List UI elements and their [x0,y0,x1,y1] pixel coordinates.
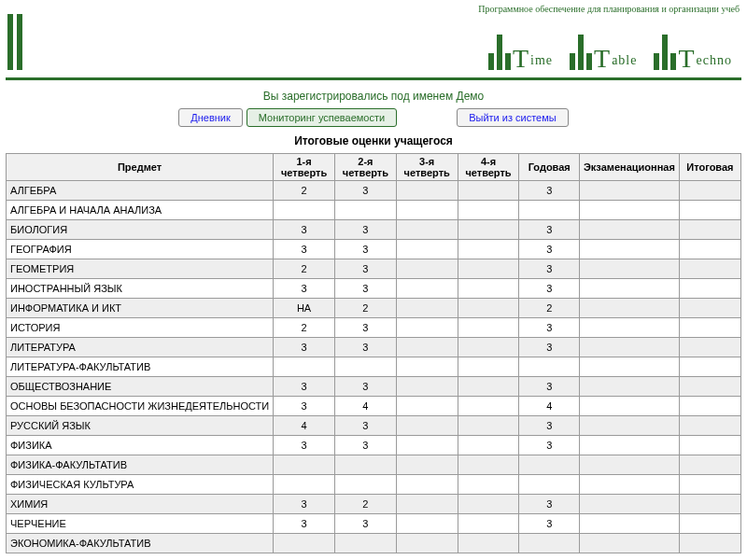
grade-cell: 4 [334,397,396,416]
grade-cell [679,397,740,416]
grade-cell [580,397,680,416]
grade-cell [458,240,519,259]
grade-cell [458,377,519,397]
grade-cell [396,436,458,455]
subject-cell: БИОЛОГИЯ [7,220,274,240]
monitoring-button[interactable]: Мониторинг успеваемости [247,108,397,127]
grade-cell: 3 [274,240,335,259]
brand-logo-0: Time [488,35,553,70]
table-row: ФИЗИКА-ФАКУЛЬТАТИВ [7,455,741,475]
grade-cell: 2 [334,299,396,318]
grade-cell [580,436,680,455]
grade-cell [519,534,580,553]
grade-cell [458,279,519,299]
grade-cell: 2 [274,259,335,279]
grade-cell: 3 [519,220,580,240]
subject-cell: ФИЗИКА-ФАКУЛЬТАТИВ [7,455,274,475]
grade-cell [396,357,458,377]
table-row: АЛГЕБРА233 [7,181,741,201]
grade-cell [679,220,740,240]
grade-cell [458,299,519,318]
divider [6,77,741,80]
grade-cell: 3 [274,279,335,299]
table-row: ОСНОВЫ БЕЗОПАСНОСТИ ЖИЗНЕДЕЯТЕЛЬНОСТИ344 [7,397,741,416]
grades-table-body: АЛГЕБРА233АЛГЕБРА И НАЧАЛА АНАЛИЗАБИОЛОГ… [7,181,741,553]
logout-button[interactable]: Выйти из системы [457,108,569,127]
table-row: ИНФОРМАТИКА И ИКТНА22 [7,299,741,318]
grade-cell [458,416,519,436]
grade-cell [679,436,740,455]
grade-cell [458,357,519,377]
logo-bars-icon [654,35,676,70]
grade-cell [679,495,740,514]
column-header: Годовая [519,154,580,181]
grade-cell [458,514,519,534]
logo-word: able [612,53,637,68]
brand-logos: TimeTableTechno [488,35,740,70]
logo-letter: T [678,46,694,72]
grade-cell [334,475,396,495]
subject-cell: ГЕОГРАФИЯ [7,240,274,259]
grade-cell: НА [274,299,335,318]
grade-cell: 3 [519,514,580,534]
subject-cell: ИНОСТРАННЫЙ ЯЗЫК [7,279,274,299]
grade-cell [580,357,680,377]
grade-cell [396,201,458,220]
subject-cell: ИСТОРИЯ [7,318,274,338]
grade-cell [274,455,335,475]
grade-cell: 3 [519,436,580,455]
grade-cell [274,475,335,495]
brand-logo-1: Table [570,35,637,70]
table-row: ЛИТЕРАТУРА333 [7,338,741,357]
grade-cell [519,201,580,220]
grade-cell: 3 [519,495,580,514]
subject-cell: ИНФОРМАТИКА И ИКТ [7,299,274,318]
grade-cell [679,416,740,436]
grade-cell [519,357,580,377]
grade-cell: 3 [519,416,580,436]
grade-cell [458,259,519,279]
subject-cell: ОБЩЕСТВОЗНАНИЕ [7,377,274,397]
subject-cell: РУССКИЙ ЯЗЫК [7,416,274,436]
grade-cell [679,240,740,259]
grade-cell: 3 [519,338,580,357]
grade-cell [580,495,680,514]
grade-cell: 3 [519,318,580,338]
logo-letter: T [594,46,610,72]
grade-cell [580,534,680,553]
grade-cell: 3 [334,220,396,240]
brand-logo-2: Techno [654,35,732,70]
grade-cell [396,181,458,201]
grade-cell [458,495,519,514]
grade-cell [580,299,680,318]
grade-cell [274,357,335,377]
logo-word: ime [530,53,553,68]
grade-cell: 2 [274,181,335,201]
grade-cell: 3 [334,436,396,455]
grade-cell [458,455,519,475]
column-header: 1-я четверть [274,154,335,181]
grade-cell [580,201,680,220]
grade-cell: 3 [274,220,335,240]
diary-button[interactable]: Дневник [178,108,243,127]
grade-cell [679,201,740,220]
grade-cell [458,201,519,220]
grade-cell [679,318,740,338]
table-row: БИОЛОГИЯ333 [7,220,741,240]
logo-letter: T [513,46,529,72]
grade-cell: 3 [274,436,335,455]
grade-cell: 3 [274,514,335,534]
grade-cell [274,201,335,220]
grade-cell [580,338,680,357]
grade-cell [458,220,519,240]
grade-cell [580,416,680,436]
grade-cell: 3 [274,338,335,357]
grade-cell [580,240,680,259]
grade-cell: 3 [519,181,580,201]
grades-table-head: Предмет1-я четверть2-я четверть3-я четве… [7,154,741,181]
left-logo-stub-icon [7,14,26,70]
grade-cell: 2 [519,299,580,318]
column-header: 2-я четверть [334,154,396,181]
column-header: 4-я четверть [458,154,519,181]
grade-cell [580,455,680,475]
